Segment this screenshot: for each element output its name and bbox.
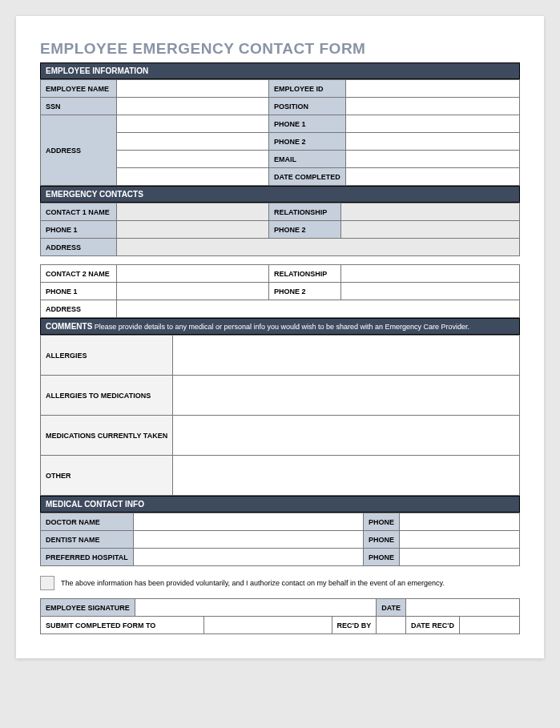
label-employee-name: EMPLOYEE NAME [41, 80, 117, 98]
employee-info-table: EMPLOYEE NAME EMPLOYEE ID SSN POSITION A… [40, 79, 520, 186]
input-allergies[interactable] [173, 336, 520, 376]
input-contact1-phone2[interactable] [341, 221, 520, 239]
label-phone2: PHONE 2 [269, 133, 346, 151]
employee-info-header: EMPLOYEE INFORMATION [40, 62, 520, 79]
comments-header: COMMENTS Please provide details to any m… [40, 318, 520, 335]
label-contact1-relationship: RELATIONSHIP [269, 203, 341, 221]
form-page: EMPLOYEE EMERGENCY CONTACT FORM EMPLOYEE… [16, 16, 544, 658]
disclaimer-row: The above information has been provided … [40, 576, 520, 590]
input-preferred-hospital[interactable] [133, 549, 363, 566]
label-date-recd: DATE REC'D [406, 617, 460, 634]
authorization-checkbox[interactable] [40, 576, 54, 590]
input-allergies-meds[interactable] [173, 376, 520, 416]
input-address-1[interactable] [117, 115, 269, 133]
input-position[interactable] [345, 98, 519, 115]
input-doctor-name[interactable] [133, 513, 363, 531]
label-dentist-name: DENTIST NAME [41, 531, 134, 549]
label-contact2-address: ADDRESS [41, 300, 117, 318]
input-email[interactable] [345, 151, 519, 168]
input-signature-date[interactable] [406, 599, 520, 617]
medical-contact-table: DOCTOR NAME PHONE DENTIST NAME PHONE PRE… [40, 513, 520, 566]
input-contact2-phone1[interactable] [117, 283, 269, 300]
input-contact2-relationship[interactable] [341, 265, 520, 283]
label-preferred-hospital: PREFERRED HOSPITAL [41, 549, 134, 566]
input-contact2-name[interactable] [117, 265, 269, 283]
label-meds-taken: MEDICATIONS CURRENTLY TAKEN [41, 416, 173, 456]
label-phone1: PHONE 1 [269, 115, 346, 133]
input-submit-to[interactable] [203, 617, 332, 634]
form-title: EMPLOYEE EMERGENCY CONTACT FORM [40, 40, 520, 58]
input-date-completed[interactable] [345, 168, 519, 186]
input-contact1-name[interactable] [117, 203, 269, 221]
input-employee-signature[interactable] [135, 599, 376, 617]
input-contact1-phone1[interactable] [117, 221, 269, 239]
input-phone2[interactable] [345, 133, 519, 151]
input-contact2-address[interactable] [117, 300, 520, 318]
medical-contact-header: MEDICAL CONTACT INFO [40, 496, 520, 513]
label-contact2-phone1: PHONE 1 [41, 283, 117, 300]
label-doctor-phone: PHONE [363, 513, 399, 531]
label-contact1-name: CONTACT 1 NAME [41, 203, 117, 221]
input-address-2[interactable] [117, 133, 269, 151]
input-recd-by[interactable] [377, 617, 406, 634]
label-contact2-phone2: PHONE 2 [269, 283, 341, 300]
input-phone1[interactable] [345, 115, 519, 133]
emergency-contact2-table: CONTACT 2 NAME RELATIONSHIP PHONE 1 PHON… [40, 264, 520, 318]
label-allergies: ALLERGIES [41, 336, 173, 376]
signature-table: EMPLOYEE SIGNATURE DATE SUBMIT COMPLETED… [40, 598, 520, 634]
comments-table: ALLERGIES ALLERGIES TO MEDICATIONS MEDIC… [40, 335, 520, 496]
label-recd-by: REC'D BY [332, 617, 377, 634]
label-other: OTHER [41, 456, 173, 496]
label-address: ADDRESS [41, 115, 117, 186]
input-contact2-phone2[interactable] [341, 283, 520, 300]
input-doctor-phone[interactable] [400, 513, 520, 531]
label-contact1-address: ADDRESS [41, 239, 117, 256]
comments-header-bold: COMMENTS [46, 322, 92, 331]
label-contact2-name: CONTACT 2 NAME [41, 265, 117, 283]
input-employee-id[interactable] [345, 80, 519, 98]
label-doctor-name: DOCTOR NAME [41, 513, 134, 531]
label-dentist-phone: PHONE [363, 531, 399, 549]
input-date-recd[interactable] [460, 617, 520, 634]
emergency-contacts-header: EMERGENCY CONTACTS [40, 186, 520, 203]
label-contact1-phone1: PHONE 1 [41, 221, 117, 239]
input-employee-name[interactable] [117, 80, 269, 98]
input-address-4[interactable] [117, 168, 269, 186]
input-dentist-name[interactable] [133, 531, 363, 549]
comments-header-text: Please provide details to any medical or… [92, 323, 469, 331]
input-address-3[interactable] [117, 151, 269, 168]
input-meds-taken[interactable] [173, 416, 520, 456]
disclaimer-text: The above information has been provided … [61, 579, 445, 587]
label-signature-date: DATE [377, 599, 406, 617]
label-contact1-phone2: PHONE 2 [269, 221, 341, 239]
input-other[interactable] [173, 456, 520, 496]
input-dentist-phone[interactable] [400, 531, 520, 549]
label-email: EMAIL [269, 151, 346, 168]
label-contact2-relationship: RELATIONSHIP [269, 265, 341, 283]
label-position: POSITION [269, 98, 346, 115]
input-hospital-phone[interactable] [400, 549, 520, 566]
label-employee-id: EMPLOYEE ID [269, 80, 346, 98]
input-contact1-address[interactable] [117, 239, 520, 256]
label-ssn: SSN [41, 98, 117, 115]
label-allergies-meds: ALLERGIES TO MEDICATIONS [41, 376, 173, 416]
label-hospital-phone: PHONE [363, 549, 399, 566]
label-employee-signature: EMPLOYEE SIGNATURE [41, 599, 135, 617]
input-ssn[interactable] [117, 98, 269, 115]
input-contact1-relationship[interactable] [341, 203, 520, 221]
label-date-completed: DATE COMPLETED [269, 168, 346, 186]
label-submit-to: SUBMIT COMPLETED FORM TO [41, 617, 204, 634]
emergency-contacts-table: CONTACT 1 NAME RELATIONSHIP PHONE 1 PHON… [40, 203, 520, 256]
